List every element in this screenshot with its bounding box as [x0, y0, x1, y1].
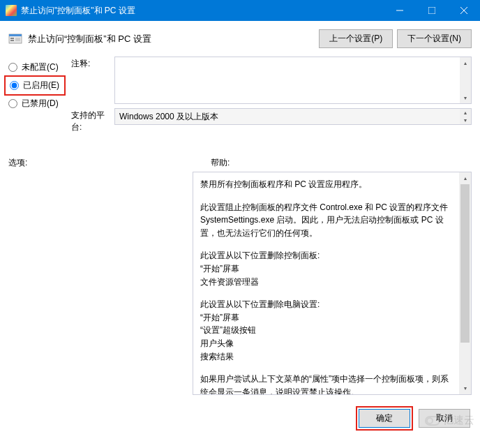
window-title: 禁止访问"控制面板"和 PC 设置: [21, 5, 384, 17]
options-section-label: 选项:: [8, 157, 211, 169]
scroll-up-icon[interactable]: ▴: [460, 57, 471, 68]
policy-icon: [8, 32, 22, 46]
radio-enabled-input[interactable]: [10, 81, 19, 90]
radio-not-configured[interactable]: 未配置(C): [4, 59, 66, 75]
help-section-label: 帮助:: [211, 157, 230, 169]
radio-not-configured-input[interactable]: [8, 63, 17, 72]
comment-label: 注释:: [71, 57, 114, 70]
comment-scrollbar[interactable]: ▴ ▾: [460, 57, 471, 103]
dialog-footer: 确定 取消: [0, 399, 480, 438]
help-p4b: “开始”屏幕: [200, 311, 451, 324]
page-title: 禁止访问“控制面板”和 PC 设置: [28, 33, 313, 45]
help-p4d: 用户头像: [200, 337, 451, 350]
help-p3c: 文件资源管理器: [200, 276, 451, 289]
radio-not-configured-label: 未配置(C): [22, 61, 59, 73]
svg-rect-1: [428, 7, 435, 14]
prev-setting-button[interactable]: 上一个设置(P): [319, 29, 393, 48]
help-p2: 此设置阻止控制面板的程序文件 Control.exe 和 PC 设置的程序文件 …: [200, 201, 451, 240]
comment-textarea[interactable]: ▴ ▾: [114, 57, 472, 104]
help-textbox[interactable]: 禁用所有控制面板程序和 PC 设置应用程序。 此设置阻止控制面板的程序文件 Co…: [193, 172, 472, 395]
supported-platform-value: Windows 2000 及以上版本: [119, 111, 218, 123]
help-p5: 如果用户尝试从上下文菜单的“属性”项中选择一个控制面板项，则系统会显示一条消息，…: [200, 373, 451, 395]
radio-enabled[interactable]: 已启用(E): [6, 77, 64, 94]
ok-button[interactable]: 确定: [359, 409, 410, 428]
help-scrollbar[interactable]: ▴ ▾: [459, 172, 471, 394]
scroll-down-icon[interactable]: ▾: [460, 92, 471, 103]
svg-rect-6: [10, 38, 14, 39]
help-p1: 禁用所有控制面板程序和 PC 设置应用程序。: [200, 178, 451, 191]
platform-label: 支持的平台:: [71, 108, 114, 133]
help-p4c: “设置”超级按钮: [200, 324, 451, 337]
next-setting-button[interactable]: 下一个设置(N): [397, 29, 472, 48]
close-button[interactable]: [448, 0, 480, 21]
scrollbar-thumb[interactable]: [460, 184, 470, 343]
radio-disabled[interactable]: 已禁用(D): [4, 96, 66, 112]
titlebar: 禁止访问"控制面板"和 PC 设置: [0, 0, 480, 21]
help-p3b: “开始”屏幕: [200, 262, 451, 276]
header-row: 禁止访问“控制面板”和 PC 设置 上一个设置(P) 下一个设置(N): [0, 21, 480, 54]
radio-disabled-input[interactable]: [8, 99, 17, 108]
help-p4a: 此设置从以下位置删除电脑设置:: [200, 298, 451, 311]
scroll-down-icon[interactable]: ▾: [459, 382, 471, 394]
scroll-down-icon: ▾: [460, 117, 471, 124]
options-panel: [8, 172, 187, 395]
cancel-button[interactable]: 取消: [419, 409, 470, 428]
scroll-up-icon: ▴: [460, 109, 471, 117]
radio-disabled-label: 已禁用(D): [22, 98, 59, 110]
maximize-button[interactable]: [416, 0, 448, 21]
svg-rect-8: [15, 38, 20, 41]
scroll-up-icon[interactable]: ▴: [459, 172, 471, 184]
svg-rect-7: [10, 40, 14, 41]
platform-scrollbar: ▴ ▾: [460, 109, 471, 124]
help-p3a: 此设置从以下位置删除控制面板:: [200, 249, 451, 262]
minimize-button[interactable]: [384, 0, 416, 21]
app-icon: [6, 5, 17, 16]
radio-enabled-label: 已启用(E): [23, 80, 59, 91]
supported-platform-box: Windows 2000 及以上版本 ▴ ▾: [114, 108, 472, 125]
svg-rect-5: [9, 34, 22, 36]
help-p4e: 搜索结果: [200, 350, 451, 364]
state-radio-group: 未配置(C) 已启用(E) 已禁用(D): [4, 57, 66, 137]
